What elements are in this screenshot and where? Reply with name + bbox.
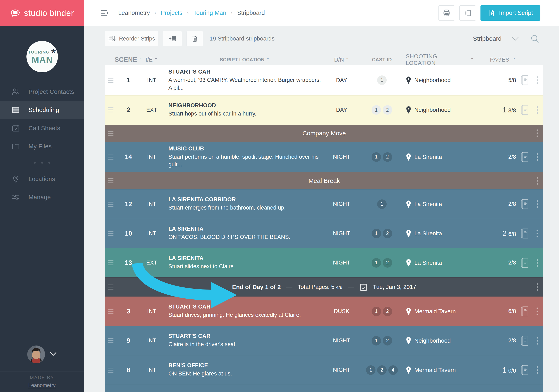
print-button[interactable] <box>438 5 455 21</box>
col-shooting-location[interactable]: SHOOTING LOCATION⌃ <box>406 53 474 66</box>
made-by-link[interactable]: Leanometry <box>28 382 56 389</box>
cast-id-chip: 2 <box>383 307 392 316</box>
strip-menu-icon[interactable] <box>532 153 543 161</box>
breadcrumb-separator-icon: › <box>231 10 233 16</box>
strip-menu-icon[interactable] <box>532 307 543 316</box>
shooting-location-label: Neighborhood <box>414 77 451 84</box>
cast-ids: 12 <box>358 152 406 162</box>
scene-strip[interactable]: 14INTMUSIC CLUBStuart performs on a humb… <box>105 142 543 172</box>
script-page-icon[interactable] <box>517 364 532 376</box>
col-pages[interactable]: PAGES⌃ <box>474 57 517 63</box>
add-strip-button[interactable] <box>163 31 182 46</box>
avatar[interactable] <box>27 345 45 363</box>
sidebar-item-scheduling[interactable]: Scheduling <box>0 101 84 119</box>
breadcrumb-item[interactable]: Projects <box>161 9 182 16</box>
calendar-check-icon <box>12 124 20 132</box>
script-location-title: NEIGHBORHOOD <box>168 102 321 109</box>
script-page-icon[interactable] <box>517 306 532 317</box>
view-selector[interactable]: Stripboard <box>473 35 519 42</box>
pages-whole: 2 <box>502 229 506 238</box>
script-page-icon[interactable] <box>517 151 532 163</box>
delete-strip-button[interactable] <box>186 31 203 46</box>
scene-strip-partial[interactable] <box>105 384 543 392</box>
sidebar-item-my-files[interactable]: My Files <box>0 137 84 155</box>
drag-handle[interactable] <box>105 202 117 207</box>
sidebar-item-locations[interactable]: Locations <box>0 170 84 188</box>
sidebar-item-call-sheets[interactable]: Call Sheets <box>0 119 84 137</box>
breadcrumb: Leanometry›Projects›Touring Man›Stripboa… <box>118 9 265 16</box>
printer-icon <box>442 9 451 17</box>
scene-int-ext: INT <box>140 154 163 160</box>
sidebar-item-project-contacts[interactable]: Project Contacts <box>0 83 84 101</box>
strip-menu-icon[interactable] <box>532 366 543 374</box>
strip-menu-icon[interactable] <box>532 259 543 267</box>
scene-number: 3 <box>117 308 140 315</box>
strip-menu-icon[interactable] <box>532 177 543 185</box>
script-page-icon[interactable] <box>517 104 532 116</box>
location-pin-icon <box>406 308 411 315</box>
search-icon[interactable] <box>530 34 540 43</box>
banner-strip[interactable]: Company Move <box>105 125 543 142</box>
sidebar-item-manage[interactable]: Manage <box>0 188 84 206</box>
scene-strip[interactable]: 12INTLA SIRENITA CORRIDORStuart emerges … <box>105 189 543 219</box>
script-page-icon[interactable] <box>517 257 532 269</box>
script-page-icon[interactable] <box>517 335 532 346</box>
day-break-strip[interactable]: End of Day 1 of 2Total Pages: 54/8Tue, J… <box>105 277 543 297</box>
scene-strip[interactable]: 13EXTLA SIRENITAStuart slides next to Cl… <box>105 248 543 277</box>
col-ie[interactable]: I/E⌃ <box>140 57 163 63</box>
col-cast-id[interactable]: CAST ID <box>358 57 406 63</box>
drag-handle[interactable] <box>105 368 117 373</box>
cast-ids: 12 <box>358 307 406 316</box>
strip-menu-icon[interactable] <box>532 106 543 114</box>
reports-button[interactable] <box>459 5 476 21</box>
drag-handle[interactable] <box>105 231 117 236</box>
col-script-location[interactable]: SCRIPT LOCATION⌃ <box>163 54 325 66</box>
reorder-strips-button[interactable]: Reorder Strips <box>105 31 158 46</box>
project-logo[interactable]: TOURING ★ MAN <box>27 41 58 72</box>
script-location-title: STUART'S CAR <box>168 304 321 310</box>
col-scene[interactable]: SCENE⌃ <box>117 56 140 64</box>
drag-handle[interactable] <box>105 178 117 183</box>
cast-ids: 124 <box>358 365 406 375</box>
strip-menu-icon[interactable] <box>532 76 543 84</box>
drag-handle[interactable] <box>105 338 117 343</box>
strip-menu-icon[interactable] <box>532 200 543 208</box>
scene-strip[interactable]: 2EXTNEIGHBORHOODStuart hops out of his c… <box>105 95 543 125</box>
stripboard: 1INTSTUART'S CARA worn-out, '93 CAMRY. W… <box>105 65 543 392</box>
scene-strip[interactable]: 1INTSTUART'S CARA worn-out, '93 CAMRY. W… <box>105 65 543 95</box>
scene-strip[interactable]: 3INTSTUART'S CARStuart drives, grinning.… <box>105 297 543 326</box>
collapse-sidebar-icon[interactable] <box>101 9 109 17</box>
banner-strip[interactable]: Meal Break <box>105 172 543 189</box>
cast-id-chip: 1 <box>366 365 375 375</box>
import-script-button[interactable]: Import Script <box>480 5 540 21</box>
script-page-icon[interactable] <box>517 198 532 210</box>
user-menu[interactable] <box>0 345 84 363</box>
drag-handle[interactable] <box>105 78 117 83</box>
scene-description: Stuart slides next to Claire. <box>168 263 321 271</box>
script-location-title: BEN'S OFFICE <box>168 362 321 369</box>
location-pin-icon <box>406 337 411 345</box>
strip-menu-icon[interactable] <box>532 229 543 238</box>
studio-binder-logo[interactable]: studio binder <box>0 0 84 26</box>
scene-strip[interactable]: 10INTLA SIRENITAON TACOS. BLOOD DRIPS OV… <box>105 219 543 248</box>
col-dn[interactable]: D/N⌃ <box>325 57 358 63</box>
drag-handle[interactable] <box>105 260 117 265</box>
breadcrumb-item[interactable]: Touring Man <box>193 9 226 16</box>
location-pin-icon <box>406 259 411 267</box>
drag-handle[interactable] <box>105 285 117 289</box>
script-page-icon[interactable] <box>517 75 532 86</box>
drag-handle[interactable] <box>105 309 117 314</box>
scene-strip[interactable]: 8INTBEN'S OFFICEON BEN: He glares at us.… <box>105 355 543 384</box>
script-page-icon[interactable] <box>517 228 532 239</box>
drag-handle[interactable] <box>105 155 117 159</box>
drag-handle[interactable] <box>105 107 117 112</box>
scene-strip[interactable]: 9INTSTUART'S CARClaire is in the driver'… <box>105 326 543 355</box>
drag-handle[interactable] <box>105 131 117 136</box>
cast-id-chip: 2 <box>383 336 392 345</box>
scene-description: Stuart emerges from the bathroom, cleane… <box>168 204 321 212</box>
strip-menu-icon[interactable] <box>532 283 543 291</box>
strip-menu-icon[interactable] <box>532 337 543 345</box>
pages: 2/8 <box>474 337 517 344</box>
strip-menu-icon[interactable] <box>532 129 543 137</box>
day-night: DAY <box>325 77 358 84</box>
